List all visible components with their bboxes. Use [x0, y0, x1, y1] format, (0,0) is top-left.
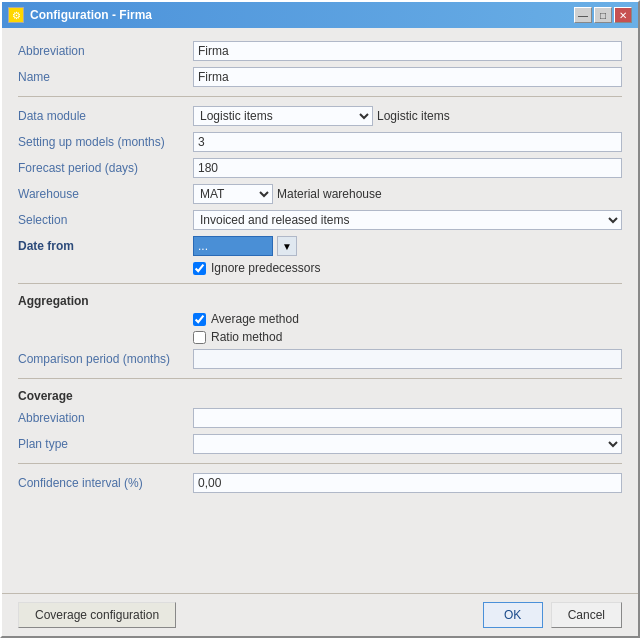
data-module-dropdown[interactable]: Logistic items — [193, 106, 373, 126]
date-from-input[interactable] — [193, 236, 273, 256]
coverage-abbreviation-label: Abbreviation — [18, 411, 193, 425]
maximize-button[interactable]: □ — [594, 7, 612, 23]
date-from-dropdown-btn[interactable]: ▼ — [277, 236, 297, 256]
plan-type-label: Plan type — [18, 437, 193, 451]
data-module-wrapper: Logistic items Logistic items — [193, 106, 622, 126]
confidence-interval-label: Confidence interval (%) — [18, 476, 193, 490]
window-title: Configuration - Firma — [30, 8, 152, 22]
footer: Coverage configuration OK Cancel — [2, 593, 638, 636]
title-controls: — □ ✕ — [574, 7, 632, 23]
name-label: Name — [18, 70, 193, 84]
comparison-period-input[interactable] — [193, 349, 622, 369]
window-icon: ⚙ — [8, 7, 24, 23]
setting-up-models-row: Setting up models (months) — [18, 131, 622, 153]
comparison-period-row: Comparison period (months) — [18, 348, 622, 370]
ratio-method-label: Ratio method — [211, 330, 282, 344]
abbreviation-row: Abbreviation — [18, 40, 622, 62]
warehouse-text: Material warehouse — [277, 187, 382, 201]
setting-up-models-label: Setting up models (months) — [18, 135, 193, 149]
confidence-interval-input[interactable] — [193, 473, 622, 493]
close-button[interactable]: ✕ — [614, 7, 632, 23]
setting-up-models-input[interactable] — [193, 132, 622, 152]
coverage-section-title: Coverage — [18, 389, 622, 403]
warehouse-row: Warehouse MAT Material warehouse — [18, 183, 622, 205]
abbreviation-label: Abbreviation — [18, 44, 193, 58]
warehouse-dropdown[interactable]: MAT — [193, 184, 273, 204]
minimize-button[interactable]: — — [574, 7, 592, 23]
title-bar-left: ⚙ Configuration - Firma — [8, 7, 152, 23]
cancel-button[interactable]: Cancel — [551, 602, 622, 628]
average-method-label: Average method — [211, 312, 299, 326]
forecast-period-input[interactable] — [193, 158, 622, 178]
ok-button[interactable]: OK — [483, 602, 543, 628]
form-content: Abbreviation Name Data module Logistic i… — [2, 28, 638, 593]
coverage-configuration-button[interactable]: Coverage configuration — [18, 602, 176, 628]
data-module-label: Data module — [18, 109, 193, 123]
confidence-interval-row: Confidence interval (%) — [18, 472, 622, 494]
selection-dropdown[interactable]: Invoiced and released items — [193, 210, 622, 230]
coverage-abbreviation-input[interactable] — [193, 408, 622, 428]
comparison-period-label: Comparison period (months) — [18, 352, 193, 366]
ratio-method-checkbox[interactable] — [193, 331, 206, 344]
title-bar: ⚙ Configuration - Firma — □ ✕ — [2, 2, 638, 28]
plan-type-dropdown[interactable] — [193, 434, 622, 454]
date-from-wrapper: ▼ — [193, 236, 622, 256]
average-method-row: Average method — [18, 312, 622, 326]
average-method-checkbox[interactable] — [193, 313, 206, 326]
aggregation-section-title: Aggregation — [18, 294, 622, 308]
ignore-predecessors-checkbox[interactable] — [193, 262, 206, 275]
ignore-predecessors-row: Ignore predecessors — [18, 261, 622, 275]
data-module-text: Logistic items — [377, 109, 450, 123]
date-from-row: Date from ▼ — [18, 235, 622, 257]
name-row: Name — [18, 66, 622, 88]
warehouse-label: Warehouse — [18, 187, 193, 201]
selection-row: Selection Invoiced and released items — [18, 209, 622, 231]
data-module-row: Data module Logistic items Logistic item… — [18, 105, 622, 127]
name-input[interactable] — [193, 67, 622, 87]
coverage-abbreviation-row: Abbreviation — [18, 407, 622, 429]
forecast-period-label: Forecast period (days) — [18, 161, 193, 175]
ignore-predecessors-label: Ignore predecessors — [211, 261, 320, 275]
plan-type-row: Plan type — [18, 433, 622, 455]
date-from-label: Date from — [18, 239, 193, 253]
ratio-method-row: Ratio method — [18, 330, 622, 344]
selection-label: Selection — [18, 213, 193, 227]
abbreviation-input[interactable] — [193, 41, 622, 61]
warehouse-wrapper: MAT Material warehouse — [193, 184, 622, 204]
main-window: ⚙ Configuration - Firma — □ ✕ Abbreviati… — [0, 0, 640, 638]
forecast-period-row: Forecast period (days) — [18, 157, 622, 179]
footer-right: OK Cancel — [483, 602, 622, 628]
